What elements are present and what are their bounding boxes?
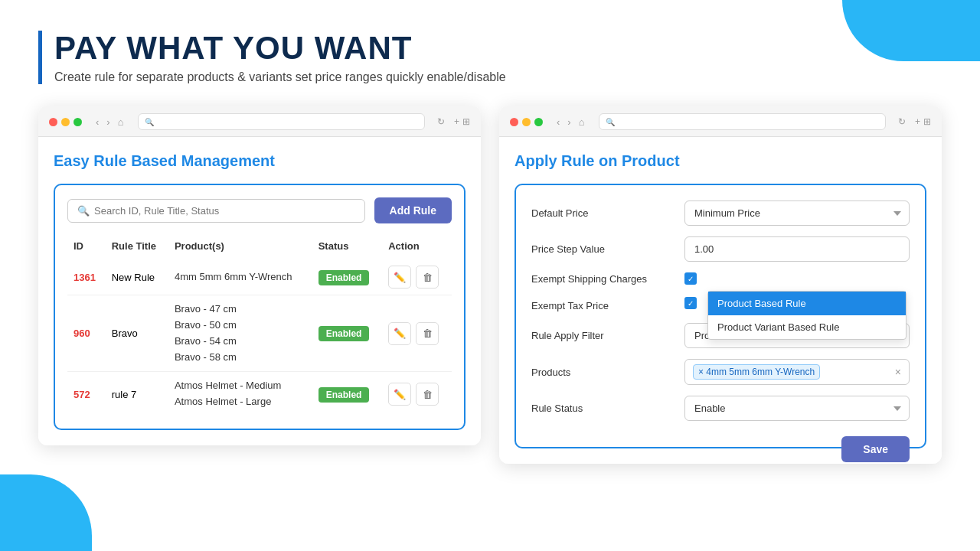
windows-row: ‹ › ⌂ 🔍 ↻ + ⊞ Easy Rule Based Management: [38, 106, 942, 464]
rule-table: ID Rule Title Product(s) Status Action 1…: [67, 236, 452, 416]
tl-red-left: [49, 118, 57, 126]
edit-btn-1361[interactable]: ✏️: [388, 266, 411, 289]
price-step-input[interactable]: [684, 236, 910, 262]
action-cell-1361: ✏️ 🗑: [382, 259, 452, 295]
delete-btn-572[interactable]: 🗑: [416, 383, 439, 406]
right-toolbar: ‹ › ⌂ 🔍 ↻ + ⊞: [499, 106, 942, 137]
col-status: Status: [312, 236, 383, 259]
rule-title-bravo: Bravo: [106, 295, 168, 372]
left-toolbar: ‹ › ⌂ 🔍 ↻ + ⊞: [38, 106, 481, 137]
rule-status-control: Enable Disable: [684, 396, 910, 421]
products-tag-input[interactable]: × 4mm 5mm 6mm Y-Wrench ×: [684, 359, 910, 385]
save-button[interactable]: Save: [841, 436, 910, 462]
exempt-tax-checkbox[interactable]: ✓: [684, 297, 697, 309]
action-btns-572: ✏️ 🗑: [388, 383, 446, 406]
price-step-control: [684, 236, 910, 262]
status-badge-960: Enabled: [318, 326, 370, 341]
exempt-shipping-row: Exempt Shipping Charges ✓: [531, 272, 910, 285]
product-cell-572: Atmos Helmet - MediumAtmos Helmet - Larg…: [168, 372, 312, 416]
products-clear-icon[interactable]: ×: [895, 366, 901, 378]
exempt-shipping-checkbox[interactable]: ✓: [684, 272, 697, 285]
status-badge-572: Enabled: [318, 387, 370, 403]
exempt-shipping-label: Exempt Shipping Charges: [531, 273, 684, 285]
option-variant-label: Product Variant Based Rule: [717, 321, 839, 333]
grid-btn-right[interactable]: ⊞: [923, 116, 931, 127]
plus-btn-left[interactable]: +: [454, 116, 459, 127]
browser-actions-right: + ⊞: [915, 116, 931, 127]
rule-id-1361: 1361: [67, 259, 106, 295]
refresh-btn-right[interactable]: ↻: [898, 116, 906, 127]
search-box: 🔍: [67, 199, 365, 223]
plus-btn-right[interactable]: +: [915, 116, 920, 127]
search-icon-small-left: 🔍: [145, 118, 154, 126]
page-subtitle: Create rule for separate products & vari…: [54, 70, 942, 84]
exempt-tax-label: Exempt Tax Price: [531, 297, 684, 311]
action-cell-572: ✏️ 🗑: [382, 372, 452, 416]
nav-right: ‹ › ⌂: [555, 116, 586, 128]
tl-green-left: [74, 118, 82, 126]
back-btn-right[interactable]: ‹: [555, 116, 561, 128]
dropdown-option-variant[interactable]: Product Variant Based Rule: [708, 315, 906, 339]
page-title: PAY WHAT YOU WANT: [54, 31, 942, 66]
rule-panel: 🔍 Add Rule ID Rule Title Product(s) Stat…: [54, 184, 466, 430]
rule-type-dropdown-menu: Product Based Rule Product Variant Based…: [707, 291, 906, 340]
col-id: ID: [67, 236, 106, 259]
delete-btn-1361[interactable]: 🗑: [416, 266, 439, 289]
products-row: Products × 4mm 5mm 6mm Y-Wrench ×: [531, 359, 910, 385]
search-icon: 🔍: [77, 205, 90, 217]
bg-decoration-bottom: [0, 474, 92, 551]
exempt-tax-row: Exempt Tax Price ✓ Product Based Rule: [531, 295, 910, 312]
rule-id-572: 572: [67, 372, 106, 416]
tl-red-right: [510, 118, 518, 126]
products-control: × 4mm 5mm 6mm Y-Wrench ×: [684, 359, 910, 385]
col-action: Action: [382, 236, 452, 259]
left-browser-content: Easy Rule Based Management 🔍 Add Rule ID: [38, 137, 481, 445]
default-price-select[interactable]: Minimum Price: [684, 201, 910, 226]
col-products: Product(s): [168, 236, 312, 259]
product-tag: × 4mm 5mm 6mm Y-Wrench: [693, 364, 820, 380]
forward-btn-left[interactable]: ›: [105, 116, 111, 128]
rule-title-rule7: rule 7: [106, 372, 168, 416]
header: PAY WHAT YOU WANT Create rule for separa…: [38, 31, 942, 84]
home-btn-left[interactable]: ⌂: [116, 116, 126, 128]
forward-btn-right[interactable]: ›: [566, 116, 572, 128]
tl-yellow-left: [61, 118, 70, 126]
exempt-shipping-checkbox-wrapper: ✓: [684, 272, 910, 285]
home-btn-right[interactable]: ⌂: [577, 116, 586, 128]
grid-btn-left[interactable]: ⊞: [462, 116, 470, 127]
tl-green-right: [534, 118, 543, 126]
rule-status-row: Rule Status Enable Disable: [531, 396, 910, 421]
rule-title-new-rule: New Rule: [106, 259, 168, 295]
edit-btn-960[interactable]: ✏️: [388, 322, 411, 345]
table-row: 572 rule 7 Atmos Helmet - MediumAtmos He…: [67, 372, 452, 416]
price-step-label: Price Step Value: [531, 243, 684, 255]
rule-status-select[interactable]: Enable Disable: [684, 396, 910, 421]
back-btn-left[interactable]: ‹: [94, 116, 100, 128]
default-price-label: Default Price: [531, 207, 684, 219]
search-input[interactable]: [94, 205, 355, 217]
exempt-shipping-control: ✓: [684, 272, 910, 285]
option-product-label: Product Based Rule: [717, 298, 806, 309]
status-cell-1361: Enabled: [312, 259, 383, 295]
delete-btn-960[interactable]: 🗑: [416, 322, 439, 345]
exempt-tax-control: ✓ Product Based Rule Product Variant Bas…: [684, 297, 910, 312]
browser-search-left: 🔍: [138, 113, 425, 130]
right-window-title: Apply Rule on Product: [514, 152, 926, 170]
browser-actions-left: + ⊞: [454, 116, 470, 127]
product-cell-1361: 4mm 5mm 6mm Y-Wrench: [168, 259, 312, 295]
tl-yellow-right: [522, 118, 531, 126]
refresh-btn-left[interactable]: ↻: [437, 116, 445, 127]
product-tag-label: × 4mm 5mm 6mm Y-Wrench: [698, 367, 815, 377]
rule-toolbar: 🔍 Add Rule: [67, 197, 452, 223]
rule-id-960: 960: [67, 295, 106, 372]
add-rule-button[interactable]: Add Rule: [374, 197, 452, 223]
search-icon-small-right: 🔍: [606, 118, 615, 126]
status-badge-1361: Enabled: [318, 270, 370, 285]
dropdown-option-product[interactable]: Product Based Rule: [708, 292, 906, 315]
traffic-lights-right: [510, 118, 543, 126]
status-cell-572: Enabled: [312, 372, 383, 416]
edit-btn-572[interactable]: ✏️: [388, 383, 411, 406]
left-browser-window: ‹ › ⌂ 🔍 ↻ + ⊞ Easy Rule Based Management: [38, 106, 481, 445]
action-cell-960: ✏️ 🗑: [382, 295, 452, 372]
right-browser-window: ‹ › ⌂ 🔍 ↻ + ⊞ Apply Rule on Product: [499, 106, 942, 464]
